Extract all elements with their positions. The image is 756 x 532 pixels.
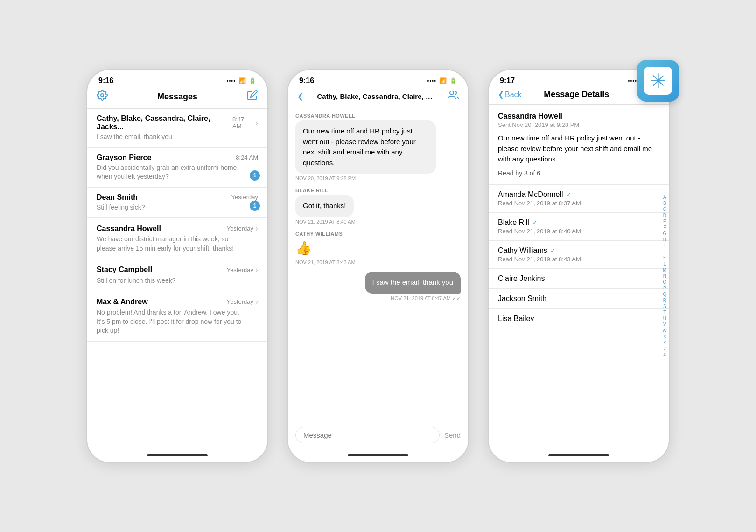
chat-sent-group: I saw the email, thank youNOV 21, 2019 A… [288, 272, 468, 301]
status-bar-1: 9:16 •••• 📶 🔋 [87, 70, 267, 88]
conversation-time: Yesterday [231, 194, 258, 201]
conversation-sender: Max & Andrew [97, 298, 148, 306]
recipient-read-time: Read Nov 21, 2019 at 8:37 AM [498, 200, 659, 207]
alpha-letter[interactable]: A [663, 195, 667, 200]
chat-bubble-received: 👍 [295, 238, 312, 258]
alpha-letter[interactable]: W [663, 328, 667, 334]
alpha-letter[interactable]: R [663, 298, 667, 303]
message-input[interactable] [295, 427, 440, 443]
alpha-letter[interactable]: C [663, 207, 667, 212]
status-time-2: 9:16 [299, 77, 314, 85]
list-item[interactable]: Max & AndrewYesterday›No problem! And th… [87, 291, 267, 342]
alpha-letter[interactable]: L [663, 261, 667, 267]
alpha-letter[interactable]: U [663, 316, 667, 322]
conversation-time: Yesterday› [227, 297, 258, 307]
alpha-letter[interactable]: J [663, 249, 667, 255]
chat-bubble-received: Got it, thanks! [295, 195, 354, 217]
alpha-letter[interactable]: M [663, 267, 667, 273]
conversation-preview: Still on for lunch this week? [97, 276, 258, 286]
conversation-time: 8:24 AM [236, 154, 258, 161]
alpha-letter[interactable]: K [663, 255, 667, 261]
phone-1: 9:16 •••• 📶 🔋 Messages [86, 69, 268, 463]
alpha-letter[interactable]: # [663, 352, 667, 358]
app-icon: ✳ [637, 60, 679, 102]
conversation-sender: Stacy Campbell [97, 266, 152, 274]
read-checkmark: ✓ [532, 219, 538, 226]
chat-message-group: BLAKE RILLGot it, thanks!NOV 21, 2019 AT… [288, 188, 468, 224]
unread-badge: 1 [250, 201, 260, 211]
svg-point-0 [101, 94, 104, 97]
conversation-sender: Dean Smith [97, 193, 138, 202]
battery-icon-2: 🔋 [449, 77, 457, 84]
page-wrapper: 9:16 •••• 📶 🔋 Messages [68, 50, 688, 482]
wifi-icon-1: 📶 [238, 77, 246, 84]
conversation-sender: Cathy, Blake, Cassandra, Claire, Jacks..… [97, 114, 232, 131]
alpha-letter[interactable]: D [663, 213, 667, 218]
settings-icon[interactable] [97, 90, 108, 104]
alpha-letter[interactable]: P [663, 286, 667, 291]
home-bar-2 [348, 454, 408, 456]
chat-title: Cathy, Blake, Cassandra, Claire, Jac... [317, 92, 434, 100]
alpha-letter[interactable]: T [663, 310, 667, 315]
recipient-name: Lisa Bailey [498, 315, 534, 323]
wifi-icon-2: 📶 [439, 77, 447, 84]
message-input-bar: Send [288, 422, 468, 448]
list-item[interactable]: Stacy CampbellYesterday›Still on for lun… [87, 259, 267, 292]
alpha-letter[interactable]: X [663, 334, 667, 340]
recipient-item: Cathy Williams✓Read Nov 21, 2019 at 8:43… [489, 241, 669, 269]
conversation-preview: We have our district manager in this wee… [97, 235, 258, 253]
back-button-2[interactable]: ❮ [297, 92, 303, 101]
recipient-item: Blake Rill✓Read Nov 21, 2019 at 8:40 AM [489, 213, 669, 241]
alpha-letter[interactable]: H [663, 237, 667, 243]
home-bar-3 [548, 454, 609, 456]
conversation-sender: Grayson Pierce [97, 154, 151, 162]
chat-message-group: CATHY WILLIAMS👍NOV 21, 2019 AT 8:43 AM [288, 231, 468, 266]
conversation-preview: Did you accidentally grab an extra unifo… [97, 163, 258, 182]
chat-bubble-received: Our new time off and HR policy just went… [295, 120, 436, 174]
alpha-letter[interactable]: N [663, 273, 667, 279]
alpha-letter[interactable]: E [663, 219, 667, 224]
signal-3: •••• [628, 78, 637, 84]
compose-icon[interactable] [247, 90, 258, 104]
nav-bar-1: Messages [87, 88, 267, 109]
conversation-preview: No problem! And thanks a ton Andrew, I o… [97, 308, 258, 336]
alpha-letter[interactable]: V [663, 322, 667, 328]
chat-timestamp: NOV 21, 2019 AT 8:40 AM [295, 219, 461, 224]
status-time-3: 9:17 [500, 77, 515, 85]
alpha-letter[interactable]: S [663, 304, 667, 309]
alpha-letter[interactable]: Y [663, 340, 667, 346]
home-bar-1 [147, 454, 208, 456]
alpha-letter[interactable]: B [663, 201, 667, 206]
nav-bar-2: ❮ Cathy, Blake, Cassandra, Claire, Jac..… [288, 88, 468, 108]
send-button[interactable]: Send [444, 431, 461, 439]
chat-sender-label: BLAKE RILL [295, 188, 461, 193]
conversation-time: 8:47 AM› [232, 116, 258, 130]
phone-3: 9:17 •••• 📶 🔋 ❮ Back Message Details Cas… [488, 69, 670, 463]
chat-timestamp: NOV 21, 2019 AT 8:43 AM [295, 259, 461, 265]
list-item[interactable]: Cathy, Blake, Cassandra, Claire, Jacks..… [87, 109, 267, 148]
app-icon-symbol: ✳ [650, 70, 666, 92]
conversation-time: Yesterday› [227, 224, 258, 233]
alpha-letter[interactable]: F [663, 225, 667, 231]
home-indicator-1 [87, 448, 267, 462]
back-label-3: Back [505, 91, 522, 99]
list-item[interactable]: Grayson Pierce8:24 AMDid you accidentall… [87, 148, 267, 188]
chat-bubble-sent: I saw the email, thank you [365, 272, 461, 294]
list-item[interactable]: Dean SmithYesterdayStill feeling sick?1 [87, 188, 267, 218]
alpha-letter[interactable]: Q [663, 292, 667, 297]
alpha-letter[interactable]: G [663, 231, 667, 237]
phone-2: 9:16 •••• 📶 🔋 ❮ Cathy, Blake, Cassandra,… [287, 69, 469, 463]
conversation-preview: I saw the email, thank you [97, 133, 258, 142]
alpha-letter[interactable]: I [663, 243, 667, 249]
back-button-3[interactable]: ❮ Back [498, 90, 522, 99]
alpha-letter[interactable]: O [663, 280, 667, 285]
alpha-letter[interactable]: Z [663, 346, 667, 352]
messages-title: Messages [157, 92, 197, 102]
chat-sender-label: CATHY WILLIAMS [295, 231, 461, 237]
list-item[interactable]: Cassandra HowellYesterday›We have our di… [87, 218, 267, 259]
recipient-name: Claire Jenkins [498, 274, 545, 283]
home-indicator-3 [489, 448, 669, 462]
back-chevron-3: ❮ [498, 90, 504, 99]
status-bar-2: 9:16 •••• 📶 🔋 [288, 70, 468, 88]
group-icon[interactable] [448, 90, 459, 103]
